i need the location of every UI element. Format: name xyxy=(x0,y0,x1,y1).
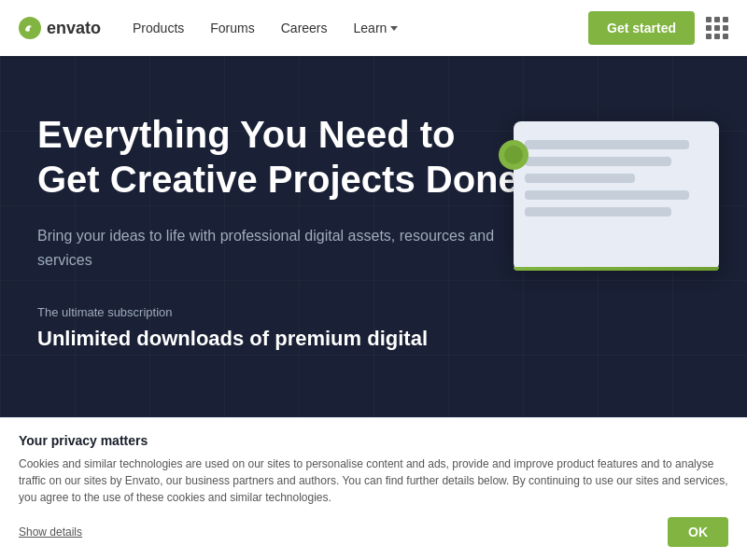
illustration-accent-bar xyxy=(514,267,719,271)
grid-dot xyxy=(706,17,712,22)
hero-content: Everything You Need to Get Creative Proj… xyxy=(37,112,523,351)
get-started-button[interactable]: Get started xyxy=(588,11,695,45)
nav-careers[interactable]: Careers xyxy=(281,21,328,35)
illustration-card xyxy=(514,121,719,271)
hero-section: Everything You Need to Get Creative Proj… xyxy=(0,56,747,467)
illus-line xyxy=(525,157,671,166)
logo-text: envato xyxy=(47,19,101,38)
illus-line xyxy=(525,190,689,200)
nav-links: Products Forums Careers Learn xyxy=(133,21,566,35)
illus-line xyxy=(525,207,671,217)
cookie-ok-button[interactable]: OK xyxy=(668,517,728,547)
svg-point-0 xyxy=(19,17,41,39)
grid-dot xyxy=(706,25,712,31)
nav-learn[interactable]: Learn xyxy=(354,21,399,35)
hero-illustration: T xyxy=(458,103,719,289)
chevron-down-icon xyxy=(390,26,398,31)
logo-link[interactable]: envato xyxy=(19,17,101,39)
avatar-inner xyxy=(504,146,523,164)
hero-subscription-label: The ultimate subscription xyxy=(37,305,523,319)
envato-logo-icon xyxy=(19,17,41,39)
grid-dot xyxy=(723,25,728,31)
cookie-banner: Your privacy matters Cookies and similar… xyxy=(0,417,747,560)
show-details-link[interactable]: Show details xyxy=(19,525,82,539)
grid-dot xyxy=(706,34,712,39)
hero-subtitle: Bring your ideas to life with profession… xyxy=(37,224,523,272)
cookie-title: Your privacy matters xyxy=(19,433,728,448)
cookie-footer: Show details OK xyxy=(19,517,728,547)
hero-title: Everything You Need to Get Creative Proj… xyxy=(37,112,523,202)
apps-grid-icon[interactable] xyxy=(706,17,728,39)
grid-dot xyxy=(714,17,720,22)
illus-line xyxy=(525,174,635,183)
grid-dot xyxy=(714,25,720,31)
illustration-avatar xyxy=(499,140,529,170)
nav-products[interactable]: Products xyxy=(133,21,184,35)
hero-cta-heading: Unlimited downloads of premium digital xyxy=(37,327,523,351)
cookie-body-text: Cookies and similar technologies are use… xyxy=(19,455,728,506)
nav-forums[interactable]: Forums xyxy=(210,21,254,35)
illus-line xyxy=(525,140,689,149)
grid-dot xyxy=(714,34,720,39)
navbar: envato Products Forums Careers Learn Get… xyxy=(0,0,747,56)
nav-actions: Get started xyxy=(588,11,728,45)
illustration-lines xyxy=(525,140,708,217)
grid-dot xyxy=(723,34,728,39)
grid-dot xyxy=(723,17,728,22)
